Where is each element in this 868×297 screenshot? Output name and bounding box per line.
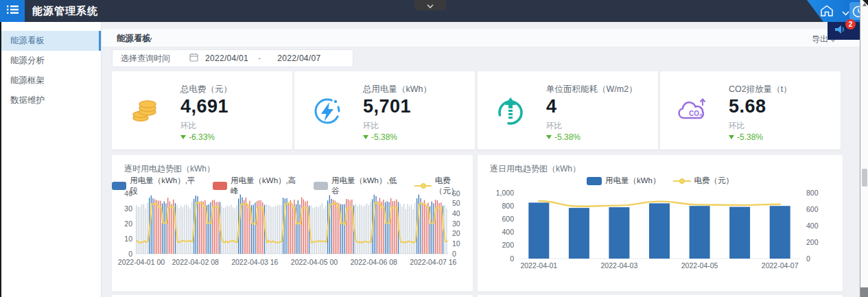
hour-bar bbox=[279, 205, 280, 254]
hour-bar bbox=[242, 198, 242, 254]
right-axis-tick: 40 bbox=[452, 209, 460, 217]
sidebar-item-data-maintenance[interactable]: 数据维护 bbox=[1, 91, 101, 110]
hour-bar bbox=[199, 202, 200, 254]
hour-bar bbox=[301, 198, 302, 254]
legend-line-swatch bbox=[414, 185, 432, 187]
hamburger-icon bbox=[7, 5, 19, 17]
hour-bar bbox=[139, 207, 140, 254]
scrollbar-bottom-block bbox=[860, 287, 868, 297]
hour-bar bbox=[171, 204, 172, 254]
sidebar: 能源看板 能源分析 能源框架 数据维护 bbox=[0, 22, 102, 297]
hour-bar bbox=[228, 206, 229, 254]
stat-change: -6.33% bbox=[180, 132, 215, 142]
hour-bar bbox=[400, 204, 401, 254]
x-axis-tick: 2022-04-07 bbox=[762, 261, 799, 270]
hour-bar bbox=[235, 209, 235, 254]
hour-bar bbox=[159, 201, 159, 254]
stat-label: 单位面积能耗（W/m2） bbox=[546, 84, 637, 95]
hour-bar bbox=[322, 203, 322, 254]
hour-bar bbox=[375, 196, 376, 254]
right-axis-tick: 0 bbox=[452, 250, 456, 258]
hour-bar bbox=[225, 207, 226, 254]
hour-bar bbox=[165, 203, 166, 254]
hour-bar bbox=[394, 201, 395, 254]
date-range-picker[interactable]: 选择查询时间 2022/04/01 - 2022/04/07 bbox=[112, 49, 353, 67]
legend-item-energy[interactable]: 用电量（kWh） bbox=[587, 176, 661, 186]
daily-chart-canvas[interactable]: 02004006008001,00002004006008002022-04-0… bbox=[483, 191, 837, 274]
end-date-value[interactable]: 2022/04/07 bbox=[277, 54, 320, 63]
hour-bar bbox=[411, 204, 412, 254]
right-axis-tick: 800 bbox=[806, 189, 819, 197]
hour-bar bbox=[183, 207, 183, 254]
hour-bar bbox=[215, 202, 216, 254]
left-axis-tick: 30 bbox=[124, 204, 132, 213]
hour-bar bbox=[178, 209, 179, 254]
stat-value: 5,701 bbox=[363, 96, 411, 117]
stat-compare-label: 环比 bbox=[546, 121, 562, 131]
hour-bar bbox=[377, 202, 378, 254]
hour-bar bbox=[233, 207, 233, 254]
hour-bar bbox=[325, 206, 326, 254]
hour-bar bbox=[316, 206, 317, 254]
left-axis-tick: 800 bbox=[502, 202, 514, 210]
hour-bar bbox=[368, 205, 369, 254]
hour-bar bbox=[420, 198, 421, 254]
hour-bar bbox=[348, 200, 349, 254]
right-axis-tick: 0 bbox=[806, 254, 810, 263]
right-axis-tick: 50 bbox=[452, 199, 460, 207]
legend-item-price[interactable]: 电费（元） bbox=[673, 176, 734, 186]
stat-label: 总电费（元） bbox=[180, 84, 232, 95]
scrollbar-thumb[interactable] bbox=[862, 169, 867, 187]
sidebar-item-energy-dashboard[interactable]: 能源看板 bbox=[1, 31, 101, 51]
hour-bar bbox=[222, 206, 222, 254]
refresh-button[interactable] bbox=[143, 33, 154, 43]
stat-change: -5.38% bbox=[546, 132, 580, 142]
stat-value: 4 bbox=[546, 96, 557, 117]
hour-bar bbox=[299, 204, 300, 254]
day-bar bbox=[569, 208, 589, 259]
header-collapse-tab[interactable] bbox=[414, 0, 446, 10]
hour-bar bbox=[253, 204, 254, 254]
hour-bar bbox=[188, 206, 189, 254]
menu-toggle-button[interactable] bbox=[0, 0, 25, 22]
hour-bar bbox=[432, 202, 432, 254]
hour-bar bbox=[362, 206, 363, 254]
stat-compare-label: 环比 bbox=[180, 121, 196, 131]
stat-value: 4,691 bbox=[180, 96, 228, 117]
hour-bar bbox=[246, 198, 246, 254]
left-axis-tick: 400 bbox=[502, 228, 514, 236]
stat-label: CO2排放量（t） bbox=[729, 84, 792, 95]
hour-bar bbox=[268, 205, 268, 254]
hour-bar bbox=[273, 206, 274, 254]
chart-title: 逐时用电趋势图（kWh） bbox=[124, 163, 215, 175]
day-bar bbox=[729, 207, 750, 259]
home-button[interactable] bbox=[819, 4, 834, 18]
hourly-chart-canvas[interactable]: 01020304001020304050602022-04-01 002022-… bbox=[117, 191, 467, 274]
day-bar bbox=[690, 206, 710, 259]
hour-bar bbox=[288, 202, 289, 254]
hour-bar bbox=[401, 206, 402, 254]
hour-bar bbox=[387, 201, 388, 254]
left-axis-tick: 0 bbox=[128, 250, 132, 258]
right-axis-tick: 10 bbox=[452, 239, 460, 248]
hour-bar bbox=[190, 209, 191, 254]
stat-label: 总用电量（kWh） bbox=[363, 84, 432, 95]
sidebar-item-energy-framework[interactable]: 能源框架 bbox=[1, 71, 101, 91]
stat-compare-label: 环比 bbox=[363, 121, 379, 131]
notification-widget[interactable]: 2 bbox=[828, 22, 860, 40]
hour-bar bbox=[292, 204, 293, 254]
lightning-icon bbox=[309, 93, 345, 129]
hourly-trend-chart-card: 逐时用电趋势图（kWh） 用电量（kWh）,平段 用电量（kWh）,高峰 用电量… bbox=[112, 155, 473, 292]
window-scrollbar[interactable] bbox=[860, 0, 868, 297]
hour-bar bbox=[320, 206, 320, 254]
hour-bar bbox=[424, 200, 425, 254]
hour-bar bbox=[346, 199, 347, 254]
hour-bar bbox=[138, 207, 139, 254]
hour-bar bbox=[203, 202, 204, 254]
hour-bar bbox=[312, 208, 313, 254]
sidebar-item-energy-analysis[interactable]: 能源分析 bbox=[1, 51, 101, 71]
refresh-icon bbox=[143, 33, 153, 45]
hour-bar bbox=[286, 198, 287, 254]
date-picker-label: 选择查询时间 bbox=[121, 53, 184, 64]
start-date-value[interactable]: 2022/04/01 bbox=[205, 54, 248, 63]
